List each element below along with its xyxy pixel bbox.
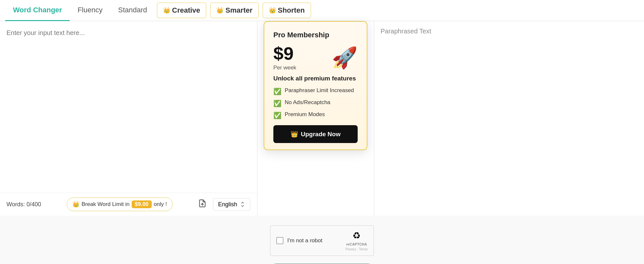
right-controls: English bbox=[198, 198, 250, 211]
right-panel-title: Paraphrased Text bbox=[381, 28, 638, 35]
crown-icon-shorten: 👑 bbox=[269, 7, 276, 14]
tab-standard[interactable]: Standard bbox=[110, 0, 155, 21]
center-zone: Pro Membership $9 Per week 🚀 Unlock all … bbox=[257, 21, 374, 216]
feature-2: ✅ No Ads/Recaptcha bbox=[273, 99, 358, 107]
recaptcha-box: I'm not a robot ♻ reCAPTCHA Privacy - Te… bbox=[270, 225, 374, 256]
bottom-bar: Words: 0/400 👑 Break Word Limit in $9.00… bbox=[0, 193, 257, 216]
word-count: Words: 0/400 bbox=[6, 201, 41, 208]
content-area: Words: 0/400 👑 Break Word Limit in $9.00… bbox=[0, 21, 644, 216]
tab-word-changer[interactable]: Word Changer bbox=[5, 0, 70, 21]
tabs-row: Word Changer Fluency Standard 👑 Creative… bbox=[0, 0, 644, 21]
feature-label-3: Premium Modes bbox=[285, 111, 325, 118]
left-panel: Words: 0/400 👑 Break Word Limit in $9.00… bbox=[0, 21, 257, 216]
feature-3: ✅ Premium Modes bbox=[273, 111, 358, 119]
crown-icon-creative: 👑 bbox=[163, 7, 170, 14]
popup-price-row: $9 Per week 🚀 bbox=[273, 44, 358, 71]
feature-label-2: No Ads/Recaptcha bbox=[285, 99, 330, 106]
break-limit-button[interactable]: 👑 Break Word Limit in $9.00 only ! bbox=[67, 198, 172, 211]
popup-title: Pro Membership bbox=[273, 31, 358, 39]
pro-popup: Pro Membership $9 Per week 🚀 Unlock all … bbox=[264, 21, 367, 150]
bottom-section: I'm not a robot ♻ reCAPTCHA Privacy - Te… bbox=[0, 216, 644, 264]
language-label: English bbox=[218, 201, 237, 208]
tab-shorten[interactable]: 👑 Shorten bbox=[263, 3, 311, 18]
tab-creative[interactable]: 👑 Creative bbox=[157, 3, 207, 18]
popup-price-block: $9 Per week bbox=[273, 44, 296, 71]
upload-icon[interactable] bbox=[198, 199, 207, 210]
recaptcha-right: ♻ reCAPTCHA Privacy - Terms bbox=[345, 230, 368, 251]
check-icon-3: ✅ bbox=[273, 112, 281, 119]
recaptcha-links: Privacy - Terms bbox=[345, 247, 368, 251]
input-textarea[interactable] bbox=[6, 28, 251, 151]
recaptcha-brand: reCAPTCHA bbox=[346, 242, 367, 246]
rocket-icon: 🚀 bbox=[332, 46, 358, 70]
check-icon-2: ✅ bbox=[273, 100, 281, 107]
tab-fluency[interactable]: Fluency bbox=[70, 0, 110, 21]
app-container: Word Changer Fluency Standard 👑 Creative… bbox=[0, 0, 644, 264]
feature-1: ✅ Paraphraser Limit Increased bbox=[273, 87, 358, 95]
sort-icon bbox=[240, 201, 245, 207]
upgrade-button[interactable]: 👑 Upgrade Now bbox=[273, 125, 358, 143]
popup-subtitle: Unlock all premium features bbox=[273, 75, 358, 82]
break-limit-prefix: Break Word Limit in bbox=[81, 201, 129, 208]
upgrade-label: Upgrade Now bbox=[301, 131, 340, 138]
tab-smarter[interactable]: 👑 Smarter bbox=[210, 3, 258, 18]
language-selector[interactable]: English bbox=[213, 198, 250, 211]
text-area-container bbox=[0, 21, 257, 193]
recaptcha-logo-icon: ♻ bbox=[352, 230, 361, 241]
popup-price: $9 bbox=[273, 44, 296, 63]
recaptcha-left: I'm not a robot bbox=[276, 237, 322, 244]
crown-icon-smarter: 👑 bbox=[216, 7, 223, 14]
recaptcha-label: I'm not a robot bbox=[287, 237, 322, 244]
upgrade-crown-icon: 👑 bbox=[291, 130, 298, 138]
crown-icon-break: 👑 bbox=[72, 201, 79, 208]
break-limit-price: $9.00 bbox=[132, 200, 152, 208]
check-icon-1: ✅ bbox=[273, 88, 281, 95]
recaptcha-checkbox[interactable] bbox=[276, 237, 283, 244]
break-limit-suffix: only ! bbox=[154, 201, 167, 208]
feature-label-1: Paraphraser Limit Increased bbox=[285, 87, 354, 94]
right-panel: Paraphrased Text bbox=[374, 21, 644, 216]
popup-per-week: Per week bbox=[273, 65, 296, 71]
